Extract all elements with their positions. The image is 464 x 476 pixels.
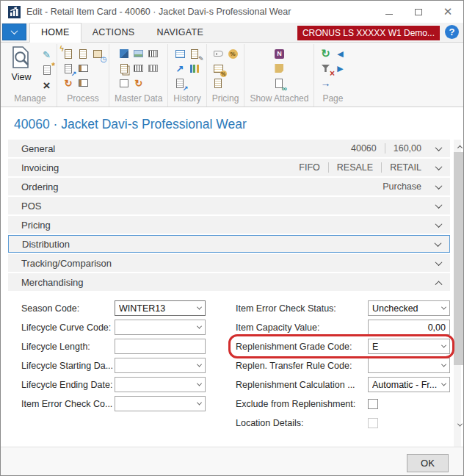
contact-card-icon[interactable]: [77, 62, 90, 75]
barcode-2-icon[interactable]: [132, 62, 145, 75]
attribute-box-icon[interactable]: [117, 77, 130, 90]
note-arrow-icon[interactable]: [62, 62, 75, 75]
go-to-icon[interactable]: [319, 77, 332, 90]
title-bar: Edit - Retail Item Card - 40060 · Jacket…: [1, 1, 463, 23]
chevron-down-icon: [197, 400, 202, 405]
view-button[interactable]: View: [7, 46, 35, 82]
posted-document-icon[interactable]: [189, 48, 201, 60]
group-label-show-attached: Show Attached: [248, 93, 310, 107]
replenishment-calculation-field[interactable]: Automatic - Fr...: [368, 377, 450, 392]
item-capacity-value-field[interactable]: 0,00: [368, 320, 450, 335]
percent-icon[interactable]: %: [227, 48, 239, 60]
item-journal-icon[interactable]: [62, 48, 75, 60]
ribbon-group-pricing: % Pricing: [207, 44, 245, 107]
section-pricing[interactable]: Pricing: [8, 216, 450, 234]
vertical-scrollbar[interactable]: [454, 140, 461, 447]
tab-actions[interactable]: ACTIONS: [81, 24, 146, 42]
refresh-orange-icon[interactable]: [62, 77, 75, 90]
help-icon[interactable]: ?: [445, 25, 459, 39]
lifecycle-starting-date-label: Lifecycle Starting Da...: [21, 361, 115, 371]
delete-icon[interactable]: [40, 79, 53, 92]
replenishment-grade-code-field[interactable]: E: [368, 339, 450, 354]
box-clock-icon[interactable]: [92, 48, 104, 60]
group-label-history: History: [172, 93, 202, 107]
ribbon-group-page: Page: [314, 44, 351, 107]
line-chart-icon[interactable]: [174, 62, 186, 75]
lifecycle-length-label: Lifecycle Length:: [21, 342, 115, 352]
item-error-check-status-label: Item Error Check Status:: [236, 303, 368, 314]
season-code-field[interactable]: WINTER13: [115, 300, 206, 316]
price-list-icon[interactable]: [212, 77, 225, 90]
scroll-up-button[interactable]: [454, 140, 464, 151]
links-icon[interactable]: [273, 77, 286, 90]
item-error-check-status-field[interactable]: Unchecked: [368, 300, 450, 316]
chevron-down-icon: [197, 305, 202, 310]
view-icon: [12, 46, 31, 71]
ribbon-group-history: History: [168, 44, 206, 107]
clear-filter-icon[interactable]: [319, 62, 332, 75]
lifecycle-starting-date-field[interactable]: [115, 358, 206, 373]
chevron-down-icon: [435, 144, 443, 151]
minimize-button[interactable]: [384, 7, 394, 17]
next-icon[interactable]: [334, 62, 347, 75]
lifecycle-ending-date-label: Lifecycle Ending Date:: [21, 380, 115, 390]
document-icon[interactable]: [77, 48, 90, 60]
ribbon-group-manage: View Manage: [4, 44, 57, 107]
section-ordering[interactable]: Ordering Purchase: [8, 178, 450, 195]
chevron-down-icon: [441, 362, 446, 367]
copy-documents-icon[interactable]: [117, 62, 130, 75]
chevron-down-icon: [197, 381, 202, 386]
discount-table-icon[interactable]: [212, 62, 225, 75]
lifecycle-curve-code-field[interactable]: [115, 320, 206, 335]
window-title: Edit - Retail Item Card - 40060 · Jacket…: [26, 7, 384, 17]
contact-card-2-icon[interactable]: [77, 77, 90, 90]
onenote-icon[interactable]: N: [273, 48, 286, 60]
ribbon: View Manage Process: [1, 43, 463, 107]
refresh-icon[interactable]: [319, 48, 332, 60]
lifecycle-ending-date-field[interactable]: [115, 377, 206, 392]
section-merchandising[interactable]: Merchandising: [8, 273, 450, 291]
ribbon-group-process: Process: [57, 44, 109, 107]
organization-icon[interactable]: [147, 62, 159, 75]
lifecycle-length-field[interactable]: [115, 339, 206, 354]
app-menu-button[interactable]: [2, 24, 26, 40]
section-distribution[interactable]: Distribution: [8, 235, 450, 253]
tab-navigate[interactable]: NAVIGATE: [145, 24, 214, 42]
previous-icon[interactable]: [334, 48, 347, 60]
price-tag-icon[interactable]: [212, 48, 225, 60]
maximize-button[interactable]: [413, 7, 424, 17]
tab-home[interactable]: HOME: [29, 23, 81, 43]
item-error-check-code-field[interactable]: [115, 396, 206, 411]
section-invoicing[interactable]: Invoicing FIFORESALERETAIL: [8, 159, 450, 176]
ribbon-tab-row: HOME ACTIONS NAVIGATE CRONUS LS XXXXX W1…: [1, 23, 463, 43]
ledger-entries-icon[interactable]: [174, 48, 186, 60]
scroll-down-button[interactable]: [454, 419, 464, 430]
edit-icon[interactable]: [40, 48, 53, 61]
chevron-down-icon: [435, 239, 442, 247]
chart-document-icon[interactable]: [174, 77, 186, 90]
replen-transfer-rule-code-field[interactable]: [368, 358, 450, 373]
image-icon[interactable]: [132, 48, 145, 60]
close-button[interactable]: ✕: [443, 7, 453, 17]
section-pos[interactable]: POS: [8, 197, 450, 214]
style-icon[interactable]: [117, 48, 130, 60]
group-label-manage: Manage: [12, 93, 47, 107]
chevron-down-icon: [441, 381, 446, 386]
sync-icon[interactable]: [132, 77, 145, 90]
section-tracking-comparison[interactable]: Tracking/Comparison: [8, 254, 450, 272]
ribbon-group-master-data: Master Data: [109, 44, 168, 107]
group-label-pricing: Pricing: [211, 93, 241, 107]
chevron-down-icon: [197, 362, 202, 367]
replen-transfer-rule-code-label: Replen. Transfer Rule Code:: [236, 361, 368, 371]
scrollbar-thumb[interactable]: [454, 152, 464, 365]
bar-chart-icon[interactable]: [189, 62, 201, 75]
group-label-page: Page: [321, 93, 344, 107]
note-icon[interactable]: [273, 62, 286, 75]
page-title: 40060 · Jacket Davi-s Professional Wear: [1, 107, 463, 139]
section-general[interactable]: General 40060160,00: [8, 140, 450, 157]
item-error-check-code-label: Item Error Check Co...: [21, 399, 115, 409]
barcode-icon[interactable]: [147, 48, 159, 60]
exclude-from-replenishment-checkbox[interactable]: [368, 399, 378, 409]
new-document-icon[interactable]: [40, 64, 53, 76]
ok-button[interactable]: OK: [407, 454, 449, 472]
